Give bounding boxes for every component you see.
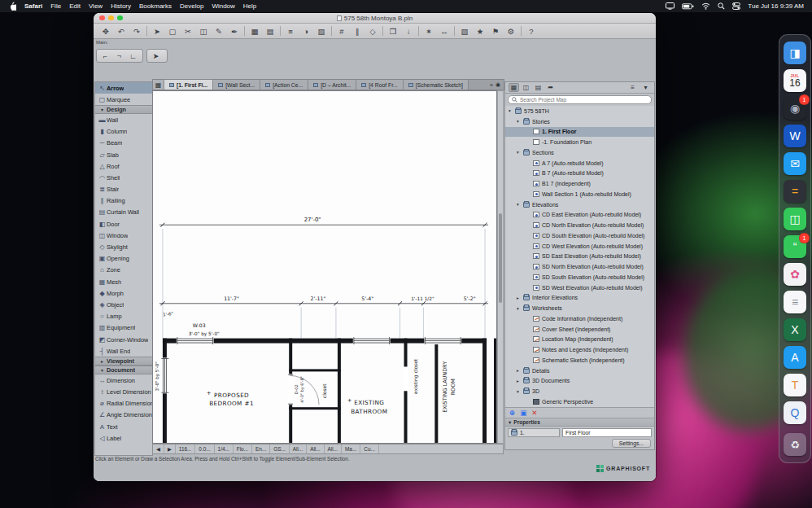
trim-icon[interactable]: ✂ (182, 27, 194, 36)
wall-polyline-button[interactable]: ∟ (127, 52, 139, 60)
wall-corner-button[interactable]: ¬ (113, 52, 125, 60)
tree-item-section-b7[interactable]: B 7 (Auto-rebuild Model) (505, 169, 654, 179)
dock-item-finder[interactable]: ◨ (784, 42, 806, 64)
grab-hand-icon[interactable]: ✥ (100, 27, 111, 36)
layer-select[interactable]: All... (307, 444, 324, 453)
snap-points-icon[interactable]: ◇ (367, 27, 378, 36)
menu-item[interactable]: Help (243, 2, 256, 10)
tool-stair[interactable]: ≣ Stair (95, 184, 152, 195)
tree-item-3d-documents[interactable]: ▸ 3D Documents (505, 376, 654, 387)
project-map-icon[interactable]: ▦ (509, 83, 519, 92)
tool-wall[interactable]: ▬ Wall (95, 114, 152, 125)
tool-beam[interactable]: ─ Beam (95, 138, 152, 149)
layout-book-icon[interactable]: ▤ (533, 83, 544, 92)
search-input[interactable] (520, 97, 648, 103)
tab-wall-section[interactable]: [Wall Sect... (213, 80, 260, 90)
toolbar-icon[interactable] (331, 26, 332, 36)
pen-color-icon[interactable]: ◑ (300, 27, 312, 36)
distribute-icon[interactable]: ▤ (264, 27, 276, 36)
align-grid-icon[interactable]: ▦ (249, 27, 260, 36)
tool-angle-dimension[interactable]: ∠ Angle Dimension (95, 409, 152, 421)
tree-item-cd-east-elevation[interactable]: CD East Elevation (Auto-rebuild Model) (505, 210, 654, 221)
dock-item-photos[interactable]: ✿ (784, 263, 806, 286)
zoom-select[interactable]: 116... (176, 444, 196, 453)
dock-item-pages[interactable]: T (784, 374, 806, 396)
tool-railing[interactable]: ∥ Railing (95, 195, 152, 207)
redo-icon[interactable]: ↷ (131, 27, 142, 36)
toolbar-icon[interactable] (382, 26, 383, 36)
tool-marquee[interactable]: ▢ Marquee (95, 94, 152, 105)
dock-item-trash[interactable]: ♻ (784, 433, 806, 456)
tree-item-wall-section-1[interactable]: Wall Section 1 (Auto-rebuild Model) (505, 189, 654, 199)
toolbox-section-document[interactable]: ▾ Document (95, 366, 152, 374)
pen-set-select[interactable]: En... (252, 444, 270, 453)
scale-select[interactable]: 1/4... (215, 444, 234, 453)
floor-plan-canvas[interactable]: 27'-0" 11'-7" 2'-11" 5'-4" 1'-11 1/2" 5'… (152, 90, 497, 444)
tree-item-schematic-sketch[interactable]: Schematic Sketch (Independent) (505, 355, 654, 366)
measure-icon[interactable]: ↔ (439, 27, 450, 36)
tool-label[interactable]: ◁ Label (95, 432, 152, 444)
undo-icon[interactable]: ↶ (116, 27, 127, 36)
scroll-left-button[interactable]: ◀ (153, 444, 164, 453)
tree-item-project-root[interactable]: ▾ 575 58TH (505, 106, 654, 116)
tree-item-details[interactable]: ▸ Details (505, 366, 654, 376)
tree-item-interior-elevations[interactable]: ▸ Interior Elevations (505, 293, 654, 304)
guide-lines-icon[interactable]: ∥ (351, 27, 363, 36)
tree-item-sd-east-elevation[interactable]: SD East Elevation (Auto-rebuild Model) (505, 252, 654, 262)
tree-item-cover-sheet[interactable]: Cover Sheet (Independent) (505, 324, 654, 335)
magic-wand-icon[interactable]: ✶ (423, 27, 434, 36)
fill-type-icon[interactable]: ▨ (316, 27, 327, 36)
toolbox-section-design[interactable]: ▾ Design (95, 105, 152, 114)
split-icon[interactable]: ◫ (198, 27, 209, 36)
view-map-icon[interactable]: ◫ (521, 83, 531, 92)
tab-overview-icon[interactable]: ▦ (153, 80, 164, 90)
tree-item-cd-north-elevation[interactable]: CD North Elevation (Auto-rebuild Model) (505, 220, 654, 230)
toolbar-icon[interactable] (146, 26, 147, 36)
tool-skylight[interactable]: ◇ Skylight (95, 241, 152, 252)
tree-item-code-information[interactable]: Code Information (Independent) (505, 313, 654, 324)
canvas-vertical-scrollbar[interactable] (497, 90, 504, 444)
toolbar-icon[interactable] (521, 26, 522, 36)
tree-item-foundation-plan[interactable]: -1. Foundation Plan (505, 137, 654, 147)
tree-item-location-map[interactable]: Location Map (Independent) (505, 335, 654, 345)
window-titlebar[interactable]: 575 58th Montoya B.pln (94, 13, 656, 24)
dock-item-camera[interactable]: ◉ (784, 97, 806, 120)
tool-shell[interactable]: ◠ Shell (95, 172, 152, 183)
new-viewpoint-icon[interactable]: ⊕ (509, 409, 515, 417)
tab-roof-framing[interactable]: [4 Roof Fr... (356, 80, 404, 90)
tool-morph[interactable]: ◆ Morph (95, 287, 152, 299)
properties-header[interactable]: ▾Properties (505, 418, 654, 427)
tree-item-section-b1-7[interactable]: B1 7 (Independent) (505, 178, 654, 189)
tool-lamp[interactable]: ○ Lamp (95, 311, 152, 322)
dock-item-messages[interactable]: “ (784, 235, 806, 258)
tree-item-notes-and-legends[interactable]: Notes and Legends (Independent) (505, 344, 654, 355)
partial-structure-select[interactable]: All... (325, 444, 342, 453)
tool-mesh[interactable]: ▦ Mesh (95, 276, 152, 287)
dock-item-facetime[interactable]: ◫ (784, 208, 806, 230)
toolbar-icon[interactable] (244, 26, 245, 36)
tree-item-stories[interactable]: ▾ Stories (505, 116, 654, 127)
tool-curtain-wall[interactable]: ▤ Curtain Wall (95, 207, 152, 218)
tool-roof[interactable]: △ Roof (95, 160, 152, 172)
tree-item-3d[interactable]: ▾ 3D (505, 386, 654, 396)
tab-first-floor[interactable]: [1. First Fl... (164, 80, 213, 90)
floor-plan-select[interactable]: Flo... (234, 444, 252, 453)
tab-options-icon[interactable]: ◉ (495, 81, 500, 88)
navigator-menu-icon[interactable]: ▾ (640, 83, 651, 92)
battery-icon[interactable] (682, 3, 694, 10)
marquee-icon[interactable]: ▢ (167, 27, 178, 36)
toolbar-icon[interactable] (280, 26, 281, 36)
apple-menu-icon[interactable] (9, 2, 16, 11)
line-type-icon[interactable]: ≡ (285, 27, 296, 36)
dock-item-calendar[interactable]: JUL 16 (784, 69, 806, 92)
spotlight-search-icon[interactable] (718, 2, 725, 10)
delete-viewpoint-icon[interactable]: ✕ (531, 409, 537, 417)
story-id-combo[interactable]: 1. (508, 428, 560, 437)
dock-item-appstore[interactable]: A (784, 346, 806, 369)
clone-folder-icon[interactable]: ▣ (520, 409, 526, 417)
menu-app-name[interactable]: Safari (24, 2, 42, 10)
grid-snap-icon[interactable]: # (336, 27, 347, 36)
mark-up-select[interactable]: Ma... (342, 444, 360, 453)
favorites-icon[interactable]: ★ (474, 27, 486, 36)
wifi-icon[interactable] (701, 2, 710, 10)
